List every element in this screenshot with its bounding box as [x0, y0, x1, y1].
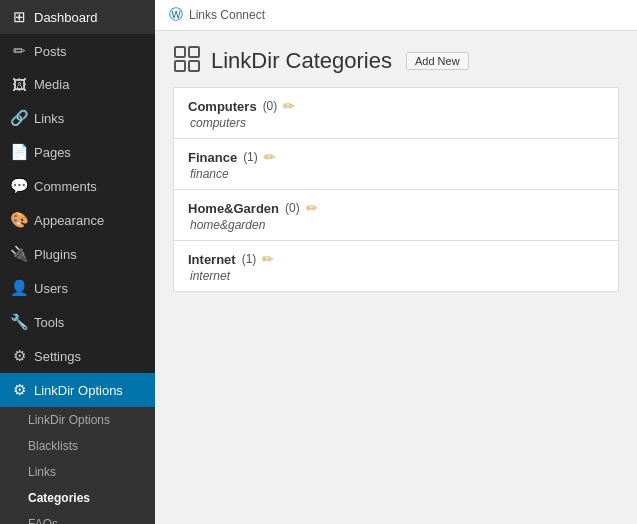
submenu-item-linkdir-options[interactable]: LinkDir Options [0, 407, 155, 433]
cat-count: (1) [243, 150, 258, 164]
cat-slug: finance [188, 167, 604, 181]
posts-icon: ✏ [10, 42, 28, 60]
linkdir-icon: ⚙ [10, 381, 28, 399]
sidebar-item-linkdir-options[interactable]: ⚙ LinkDir Options [0, 373, 155, 407]
sidebar-item-label: Posts [34, 44, 67, 59]
sidebar-item-label: Links [34, 111, 64, 126]
wp-logo: Ⓦ [169, 6, 183, 24]
cat-slug: internet [188, 269, 604, 283]
sidebar-item-users[interactable]: 👤 Users [0, 271, 155, 305]
sidebar-item-label: Plugins [34, 247, 77, 262]
cat-slug: home&garden [188, 218, 604, 232]
sidebar-item-media[interactable]: 🖼 Media [0, 68, 155, 101]
cat-count: (1) [242, 252, 257, 266]
sidebar-item-appearance[interactable]: 🎨 Appearance [0, 203, 155, 237]
sidebar-item-dashboard[interactable]: ⊞ Dashboard [0, 0, 155, 34]
dashboard-icon: ⊞ [10, 8, 28, 26]
links-icon: 🔗 [10, 109, 28, 127]
submenu-item-links[interactable]: Links [0, 459, 155, 485]
cat-name: Home&Garden [188, 201, 279, 216]
svg-rect-2 [175, 61, 185, 71]
cat-name: Finance [188, 150, 237, 165]
sidebar-item-label: Appearance [34, 213, 104, 228]
add-new-button[interactable]: Add New [406, 52, 469, 70]
cat-slug: computers [188, 116, 604, 130]
sidebar-item-pages[interactable]: 📄 Pages [0, 135, 155, 169]
svg-rect-0 [175, 47, 185, 57]
sidebar-item-comments[interactable]: 💬 Comments [0, 169, 155, 203]
edit-icon[interactable]: ✏ [306, 200, 318, 216]
cat-name: Internet [188, 252, 236, 267]
submenu-item-categories[interactable]: Categories [0, 485, 155, 511]
category-card-finance: Finance (1) ✏ finance [173, 138, 619, 189]
sidebar-item-label: Comments [34, 179, 97, 194]
sidebar-item-tools[interactable]: 🔧 Tools [0, 305, 155, 339]
category-card-computers: Computers (0) ✏ computers [173, 87, 619, 138]
page-header: LinkDir Categories Add New [155, 31, 637, 87]
top-bar-label: Links Connect [189, 8, 265, 22]
sidebar-item-settings[interactable]: ⚙ Settings [0, 339, 155, 373]
cat-name: Computers [188, 99, 257, 114]
media-icon: 🖼 [10, 76, 28, 93]
sidebar-item-label: Media [34, 77, 69, 92]
sidebar: ⊞ Dashboard ✏ Posts 🖼 Media 🔗 Links 📄 Pa… [0, 0, 155, 524]
tools-icon: 🔧 [10, 313, 28, 331]
sidebar-item-posts[interactable]: ✏ Posts [0, 34, 155, 68]
appearance-icon: 🎨 [10, 211, 28, 229]
users-icon: 👤 [10, 279, 28, 297]
page-title: LinkDir Categories [211, 48, 392, 74]
sidebar-item-links[interactable]: 🔗 Links [0, 101, 155, 135]
edit-icon[interactable]: ✏ [283, 98, 295, 114]
svg-rect-3 [189, 61, 199, 71]
category-card-internet: Internet (1) ✏ internet [173, 240, 619, 292]
submenu-item-faqs[interactable]: FAQs [0, 511, 155, 524]
page-header-icon [173, 45, 201, 77]
categories-list: Computers (0) ✏ computers Finance (1) ✏ … [155, 87, 637, 310]
main-content: Ⓦ Links Connect LinkDir Categories Add N… [155, 0, 637, 524]
sidebar-item-label: LinkDir Options [34, 383, 123, 398]
pages-icon: 📄 [10, 143, 28, 161]
edit-icon[interactable]: ✏ [262, 251, 274, 267]
sidebar-item-label: Tools [34, 315, 64, 330]
sidebar-item-plugins[interactable]: 🔌 Plugins [0, 237, 155, 271]
sidebar-item-label: Settings [34, 349, 81, 364]
cat-count: (0) [285, 201, 300, 215]
sidebar-item-label: Dashboard [34, 10, 98, 25]
sidebar-submenu: LinkDir Options Blacklists Links Categor… [0, 407, 155, 524]
settings-icon: ⚙ [10, 347, 28, 365]
submenu-item-blacklists[interactable]: Blacklists [0, 433, 155, 459]
top-bar: Ⓦ Links Connect [155, 0, 637, 31]
edit-icon[interactable]: ✏ [264, 149, 276, 165]
plugins-icon: 🔌 [10, 245, 28, 263]
cat-count: (0) [263, 99, 278, 113]
category-card-homegarden: Home&Garden (0) ✏ home&garden [173, 189, 619, 240]
svg-rect-1 [189, 47, 199, 57]
sidebar-item-label: Pages [34, 145, 71, 160]
sidebar-item-label: Users [34, 281, 68, 296]
comments-icon: 💬 [10, 177, 28, 195]
